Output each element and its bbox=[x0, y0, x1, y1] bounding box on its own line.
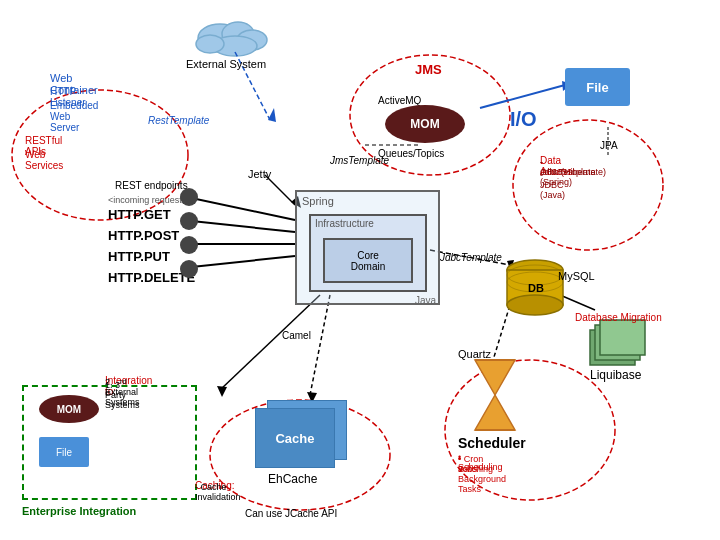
svg-point-4 bbox=[196, 35, 224, 53]
file-label: File bbox=[586, 80, 608, 95]
ehcache-label: EhCache bbox=[268, 472, 317, 486]
jdbc-spring-label: - JdbcTemplate (Spring) bbox=[540, 157, 596, 187]
io-label: I/O bbox=[510, 108, 537, 131]
svg-rect-36 bbox=[590, 330, 635, 365]
svg-line-15 bbox=[182, 220, 295, 232]
scheduler-label: Scheduler bbox=[458, 435, 526, 451]
svg-point-0 bbox=[198, 24, 242, 52]
svg-line-17 bbox=[182, 256, 295, 268]
cache-invalidation-label: - Cache Invalidation bbox=[195, 482, 241, 502]
infra-box: Infrastructure Core Domain bbox=[309, 214, 427, 292]
mom-small-label: MOM bbox=[57, 404, 81, 415]
svg-point-2 bbox=[237, 30, 267, 50]
http-post-label: HTTP.POST bbox=[108, 228, 179, 243]
svg-marker-20 bbox=[507, 260, 514, 271]
cache-label: Cache bbox=[275, 431, 314, 446]
svg-marker-24 bbox=[217, 386, 227, 397]
svg-marker-29 bbox=[553, 291, 563, 303]
svg-line-27 bbox=[490, 305, 510, 370]
db-label: DB bbox=[528, 282, 544, 294]
jpa-label: JPA bbox=[600, 140, 618, 151]
http-get-label: HTTP.GET bbox=[108, 207, 171, 222]
database-migration-label: Database Migration bbox=[575, 312, 662, 323]
core-label: Core bbox=[357, 250, 379, 261]
cloud-shape bbox=[196, 22, 267, 56]
spring-label: Spring bbox=[302, 195, 443, 207]
infra-label: Infrastructure bbox=[315, 218, 429, 229]
mom-small: MOM bbox=[39, 395, 99, 423]
jdbc-template-label: JdbcTemplate bbox=[440, 252, 502, 263]
jms-label: JMS bbox=[415, 62, 442, 77]
svg-marker-39 bbox=[475, 360, 515, 430]
external-system-label: External System bbox=[186, 58, 266, 70]
svg-line-14 bbox=[182, 196, 295, 220]
jms-template-label: JmsTemplate bbox=[330, 155, 389, 166]
architecture-diagram: External System Web Container HTTP Liste… bbox=[0, 0, 720, 540]
jcache-label: Can use JCache API bbox=[245, 508, 337, 519]
svg-point-1 bbox=[222, 22, 254, 46]
mom-label: MOM bbox=[410, 117, 439, 131]
endpoint-circle-1 bbox=[180, 188, 198, 206]
svg-point-3 bbox=[213, 36, 257, 56]
file-small-label: File bbox=[56, 447, 72, 458]
enterprise-integration-label: Enterprise Integration bbox=[22, 505, 136, 517]
quartz-label: Quartz bbox=[458, 348, 491, 360]
mysql-label: MySQL bbox=[558, 270, 595, 282]
domain-label: Domain bbox=[351, 261, 385, 272]
rest-endpoints-label: REST endpoints bbox=[115, 180, 188, 191]
core-domain-box: Core Domain bbox=[323, 238, 413, 283]
camel-label: Camel bbox=[282, 330, 311, 341]
svg-line-25 bbox=[310, 295, 330, 395]
file-small-box: File bbox=[39, 437, 89, 467]
java-label: Java bbox=[415, 295, 436, 306]
jetty-label: Jetty bbox=[248, 168, 271, 180]
http-put-label: HTTP.PUT bbox=[108, 249, 170, 264]
file-box: File bbox=[565, 68, 630, 106]
activemq-label: ActiveMQ bbox=[378, 95, 421, 106]
endpoint-circle-2 bbox=[180, 212, 198, 230]
embedded-web-server-label: Embedded Web Server bbox=[50, 100, 98, 133]
endpoint-circle-3 bbox=[180, 236, 198, 254]
svg-point-31 bbox=[507, 260, 563, 280]
svg-line-23 bbox=[220, 295, 320, 390]
svg-marker-11 bbox=[268, 108, 276, 122]
endpoint-circle-4 bbox=[180, 260, 198, 278]
mom-ellipse: MOM bbox=[385, 105, 465, 143]
web-services-label: Web Services bbox=[25, 149, 63, 171]
svg-rect-38 bbox=[600, 320, 645, 355]
spring-box: Spring Infrastructure Core Domain bbox=[295, 190, 440, 305]
svg-line-28 bbox=[560, 295, 595, 310]
liquibase-label: Liquibase bbox=[590, 368, 641, 382]
rest-template-label: RestTemplate bbox=[148, 115, 209, 126]
svg-point-33 bbox=[507, 295, 563, 315]
enterprise-box: MOM File bbox=[22, 385, 197, 500]
cron-jobs-label: • Cron Jobs/ Background Tasks bbox=[458, 454, 506, 494]
svg-rect-37 bbox=[595, 325, 640, 360]
svg-line-21 bbox=[480, 85, 565, 108]
